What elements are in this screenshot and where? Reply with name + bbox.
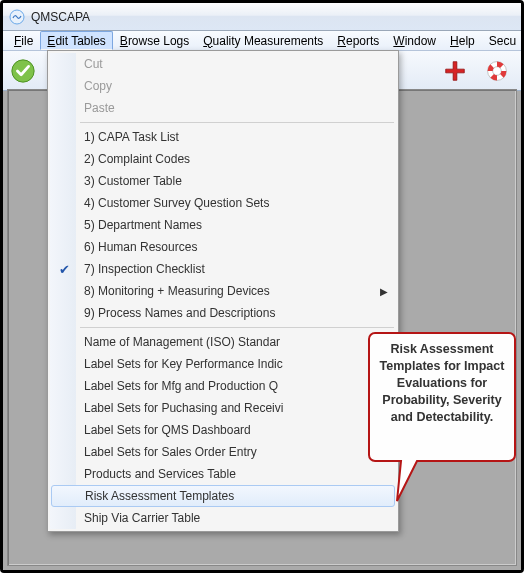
menu-complaint-codes[interactable]: 2) Complaint Codes [50,148,396,170]
menu-risk-assessment-templates[interactable]: Risk Assessment Templates [51,485,395,507]
menu-customer-survey-question-sets[interactable]: 4) Customer Survey Question Sets [50,192,396,214]
menu-quality-measurements[interactable]: Quality Measurements [196,31,330,50]
menu-iso-standard[interactable]: Name of Management (ISO) Standar [50,331,396,353]
menu-cut: Cut [50,53,396,75]
submenu-arrow-icon: ▶ [380,286,388,297]
menu-separator [80,327,394,328]
svg-point-3 [493,66,502,75]
menu-label-sets-kpi[interactable]: Label Sets for Key Performance Indic [50,353,396,375]
menu-capa-task-list[interactable]: 1) CAPA Task List [50,126,396,148]
menu-window[interactable]: Window [386,31,443,50]
client-checkmark-icon [15,158,28,171]
menu-paste: Paste [50,97,396,119]
menu-help[interactable]: Help [443,31,482,50]
titlebar: QMSCAPA [3,3,521,31]
menu-label-sets-qms-dashboard[interactable]: Label Sets for QMS Dashboard [50,419,396,441]
menu-department-names[interactable]: 5) Department Names [50,214,396,236]
menubar: File Edit Tables Browse Logs Quality Mea… [3,31,521,51]
menu-edit-tables[interactable]: Edit Tables [40,31,113,50]
menu-separator [80,122,394,123]
menu-process-names-descriptions[interactable]: 9) Process Names and Descriptions [50,302,396,324]
menu-label-sets-mfg[interactable]: Label Sets for Mfg and Production Q [50,375,396,397]
plus-icon[interactable] [441,57,469,85]
check-icon: ✔ [56,261,72,277]
menu-ship-via-carrier-table[interactable]: Ship Via Carrier Table [50,507,396,529]
window-title: QMSCAPA [31,10,90,24]
callout-text: Risk Assessment Templates for Impact Eva… [375,341,509,425]
menu-browse-logs[interactable]: Browse Logs [113,31,196,50]
menu-label-sets-sales-order[interactable]: Label Sets for Sales Order Entry [50,441,396,463]
menu-security[interactable]: Secu [482,31,523,50]
menu-reports[interactable]: Reports [330,31,386,50]
lifebuoy-icon[interactable] [483,57,511,85]
ok-check-icon[interactable] [9,57,37,85]
menu-products-services-table[interactable]: Products and Services Table [50,463,396,485]
app-icon [9,9,25,25]
edit-tables-dropdown: Cut Copy Paste 1) CAPA Task List 2) Comp… [47,50,399,532]
menu-monitoring-measuring-devices[interactable]: 8) Monitoring + Measuring Devices ▶ [50,280,396,302]
menu-file[interactable]: File [7,31,40,50]
menu-label-sets-purchasing[interactable]: Label Sets for Puchasing and Receivi [50,397,396,419]
callout: Risk Assessment Templates for Impact Eva… [367,331,517,534]
menu-customer-table[interactable]: 3) Customer Table [50,170,396,192]
menu-human-resources[interactable]: 6) Human Resources [50,236,396,258]
menu-inspection-checklist[interactable]: ✔ 7) Inspection Checklist [50,258,396,280]
menu-copy: Copy [50,75,396,97]
